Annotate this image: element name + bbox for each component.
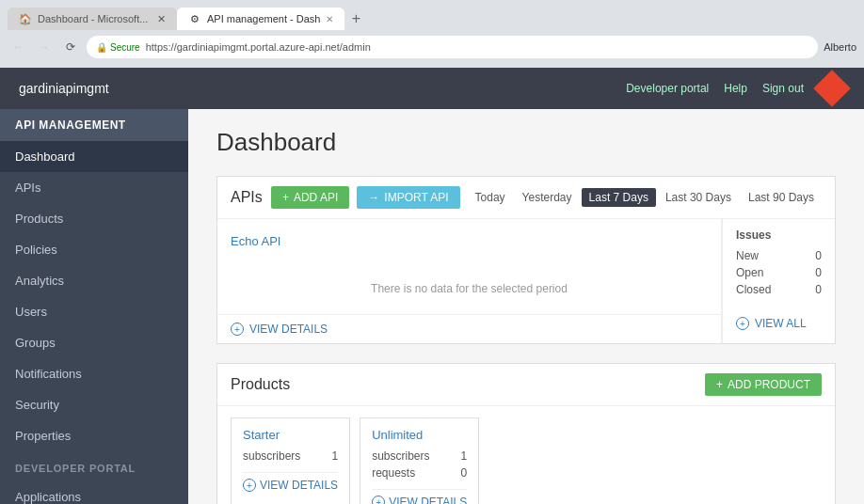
filter-last-90-days[interactable]: Last 90 Days bbox=[741, 188, 822, 207]
apis-section-actions: + ADD API → IMPORT API Today Yesterday L… bbox=[271, 186, 822, 209]
help-link[interactable]: Help bbox=[724, 82, 747, 95]
filter-today[interactable]: Today bbox=[468, 188, 513, 207]
view-all-label: VIEW ALL bbox=[755, 317, 807, 330]
brand-diamond bbox=[813, 70, 851, 107]
products-section-header: Products + ADD PRODUCT bbox=[217, 364, 835, 406]
view-details-label: VIEW DETAILS bbox=[249, 323, 328, 336]
unlimited-view-details-label: VIEW DETAILS bbox=[389, 496, 467, 504]
tab-label: Dashboard - Microsoft... bbox=[38, 13, 148, 24]
product-starter-subscribers: subscribers 1 bbox=[243, 448, 338, 465]
tab-dashboard[interactable]: 🏠 Dashboard - Microsoft... ✕ bbox=[8, 8, 177, 30]
sidebar-item-groups[interactable]: Groups bbox=[0, 327, 188, 358]
sidebar-item-users[interactable]: Users bbox=[0, 296, 188, 327]
main-content: Dashboard APIs + ADD API → IMPORT API bbox=[188, 109, 864, 504]
time-filter: Today Yesterday Last 7 Days Last 30 Days… bbox=[468, 188, 822, 207]
product-unlimited-subscribers-value: 1 bbox=[461, 449, 468, 463]
add-product-label: ADD PRODUCT bbox=[728, 378, 810, 391]
issue-row-open: Open 0 bbox=[736, 264, 822, 281]
sidebar-item-dashboard[interactable]: Dashboard bbox=[0, 141, 188, 172]
sidebar: API MANAGEMENT Dashboard APIs Products P… bbox=[0, 109, 188, 504]
app-container: gardiniapimgmt Developer portal Help Sig… bbox=[0, 68, 864, 504]
sidebar-item-policies[interactable]: Policies bbox=[0, 234, 188, 265]
sidebar-api-management-header: API MANAGEMENT bbox=[0, 109, 188, 141]
product-starter-subscribers-value: 1 bbox=[331, 449, 338, 463]
apis-section-title: APIs bbox=[231, 189, 263, 206]
address-bar[interactable]: 🔒 Secure https://gardiniapimgmt.portal.a… bbox=[87, 36, 818, 58]
view-all-circle-icon: + bbox=[736, 317, 749, 330]
issue-closed-label: Closed bbox=[736, 283, 771, 296]
issue-closed-value: 0 bbox=[815, 283, 822, 296]
apis-body: Echo API There is no data for the select… bbox=[217, 219, 835, 343]
issue-row-closed: Closed 0 bbox=[736, 281, 822, 298]
product-starter-view-details[interactable]: + VIEW DETAILS bbox=[243, 472, 338, 492]
product-unlimited-subscribers-label: subscribers bbox=[372, 449, 429, 463]
import-api-arrow-icon: → bbox=[368, 191, 379, 204]
filter-last-7-days[interactable]: Last 7 Days bbox=[582, 188, 656, 207]
starter-view-details-icon: + bbox=[243, 479, 256, 492]
issues-panel: Issues New 0 Open 0 Closed 0 bbox=[722, 219, 835, 343]
tab-close-button[interactable]: ✕ bbox=[157, 13, 166, 25]
tab-api-favicon: ⚙ bbox=[188, 12, 201, 25]
filter-yesterday[interactable]: Yesterday bbox=[515, 188, 580, 207]
filter-last-30-days[interactable]: Last 30 Days bbox=[658, 188, 739, 207]
tab-favicon: 🏠 bbox=[19, 13, 32, 25]
secure-label: Secure bbox=[110, 42, 140, 53]
starter-view-details-label: VIEW DETAILS bbox=[260, 479, 338, 492]
sidebar-item-applications[interactable]: Applications bbox=[0, 481, 188, 504]
forward-button[interactable]: → bbox=[34, 37, 55, 57]
product-unlimited-name[interactable]: Unlimited bbox=[372, 428, 467, 442]
view-all-link[interactable]: + VIEW ALL bbox=[736, 317, 822, 330]
api-item-echo[interactable]: Echo API bbox=[217, 227, 721, 256]
issue-new-value: 0 bbox=[815, 249, 822, 262]
main-layout: API MANAGEMENT Dashboard APIs Products P… bbox=[0, 109, 864, 504]
sidebar-item-apis[interactable]: APIs bbox=[0, 172, 188, 203]
products-grid: Starter subscribers 1 + VIEW DETAILS Unl… bbox=[217, 406, 835, 504]
unlimited-view-details-icon: + bbox=[372, 496, 385, 504]
import-api-label: IMPORT API bbox=[384, 191, 448, 204]
view-details-footer[interactable]: + VIEW DETAILS bbox=[217, 314, 721, 343]
lock-icon: 🔒 bbox=[96, 42, 107, 53]
tab-api-close-button[interactable]: ✕ bbox=[326, 14, 333, 24]
add-api-button[interactable]: + ADD API bbox=[271, 186, 349, 209]
product-card-starter: Starter subscribers 1 + VIEW DETAILS bbox=[231, 417, 350, 504]
issues-title: Issues bbox=[736, 228, 822, 242]
signout-link[interactable]: Sign out bbox=[762, 82, 804, 95]
apis-list: Echo API bbox=[217, 219, 721, 263]
browser-tabs: 🏠 Dashboard - Microsoft... ✕ ⚙ API manag… bbox=[0, 0, 864, 30]
new-tab-button[interactable]: + bbox=[344, 8, 367, 30]
sidebar-item-security[interactable]: Security bbox=[0, 389, 188, 420]
import-api-button[interactable]: → IMPORT API bbox=[357, 186, 459, 209]
product-unlimited-view-details[interactable]: + VIEW DETAILS bbox=[372, 489, 467, 504]
issue-new-label: New bbox=[736, 249, 759, 262]
sidebar-developer-portal-header: DEVELOPER PORTAL bbox=[0, 455, 188, 481]
no-data-message: There is no data for the selected period bbox=[217, 263, 721, 314]
add-product-button[interactable]: + ADD PRODUCT bbox=[705, 373, 822, 396]
product-starter-name[interactable]: Starter bbox=[243, 428, 338, 442]
browser-topright: Alberto bbox=[824, 41, 856, 53]
add-api-plus-icon: + bbox=[282, 191, 289, 204]
apis-section-header: APIs + ADD API → IMPORT API Today Yester bbox=[217, 177, 835, 219]
product-unlimited-subscribers: subscribers 1 bbox=[372, 448, 467, 465]
issue-open-label: Open bbox=[736, 266, 763, 279]
view-all-footer: + VIEW ALL bbox=[736, 317, 822, 330]
browser-toolbar: ← → ⟳ 🔒 Secure https://gardiniapimgmt.po… bbox=[0, 30, 864, 64]
sidebar-item-analytics[interactable]: Analytics bbox=[0, 265, 188, 296]
reload-button[interactable]: ⟳ bbox=[60, 37, 81, 57]
apis-section: APIs + ADD API → IMPORT API Today Yester bbox=[216, 176, 836, 344]
developer-portal-link[interactable]: Developer portal bbox=[626, 82, 709, 95]
issue-open-value: 0 bbox=[815, 266, 822, 279]
add-api-label: ADD API bbox=[294, 191, 338, 204]
address-url: https://gardiniapimgmt.portal.azure-api.… bbox=[146, 41, 371, 53]
sidebar-item-notifications[interactable]: Notifications bbox=[0, 358, 188, 389]
page-title: Dashboard bbox=[216, 128, 836, 157]
sidebar-item-properties[interactable]: Properties bbox=[0, 420, 188, 451]
product-unlimited-requests: requests 0 bbox=[372, 465, 467, 481]
back-button[interactable]: ← bbox=[8, 37, 28, 57]
sidebar-item-products[interactable]: Products bbox=[0, 203, 188, 234]
product-unlimited-requests-label: requests bbox=[372, 466, 415, 480]
browser-chrome: 🏠 Dashboard - Microsoft... ✕ ⚙ API manag… bbox=[0, 0, 864, 68]
products-section: Products + ADD PRODUCT Starter subscribe… bbox=[216, 363, 836, 504]
tab-api-label: API management - Dash bbox=[207, 13, 320, 24]
tab-api-management[interactable]: ⚙ API management - Dash ✕ bbox=[177, 8, 344, 30]
product-unlimited-requests-value: 0 bbox=[461, 466, 468, 480]
